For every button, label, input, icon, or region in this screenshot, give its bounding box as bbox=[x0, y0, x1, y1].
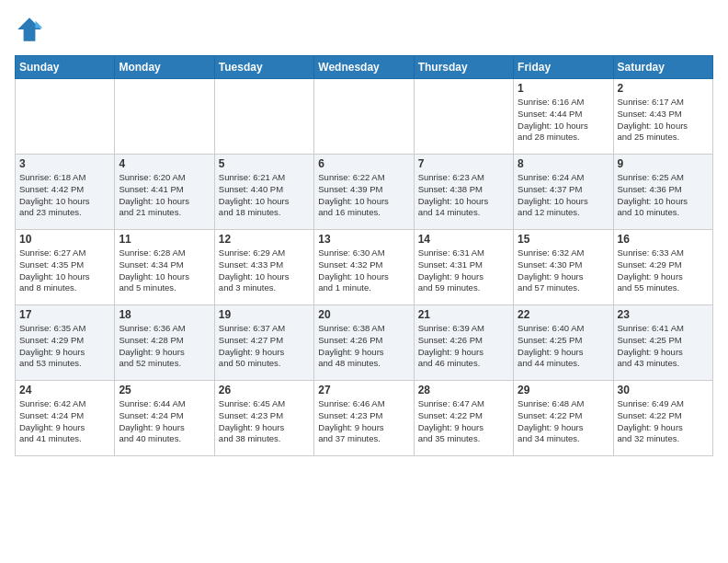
calendar-day-header: Friday bbox=[514, 56, 613, 79]
calendar-cell: 11Sunrise: 6:28 AM Sunset: 4:34 PM Dayli… bbox=[115, 230, 214, 305]
day-number: 26 bbox=[219, 384, 310, 396]
day-info: Sunrise: 6:27 AM Sunset: 4:35 PM Dayligh… bbox=[19, 247, 110, 294]
calendar-cell: 29Sunrise: 6:48 AM Sunset: 4:22 PM Dayli… bbox=[514, 381, 613, 456]
day-number: 13 bbox=[318, 233, 409, 246]
day-number: 2 bbox=[618, 82, 709, 95]
calendar-cell: 24Sunrise: 6:42 AM Sunset: 4:24 PM Dayli… bbox=[16, 381, 115, 456]
calendar-cell: 20Sunrise: 6:38 AM Sunset: 4:26 PM Dayli… bbox=[314, 305, 414, 381]
calendar-cell bbox=[414, 79, 513, 155]
calendar-day-header: Tuesday bbox=[214, 56, 313, 79]
day-info: Sunrise: 6:45 AM Sunset: 4:23 PM Dayligh… bbox=[219, 398, 310, 445]
calendar-cell bbox=[115, 79, 214, 155]
day-info: Sunrise: 6:17 AM Sunset: 4:43 PM Dayligh… bbox=[618, 97, 709, 144]
logo-icon bbox=[15, 15, 44, 44]
day-number: 4 bbox=[119, 157, 210, 170]
day-number: 3 bbox=[19, 157, 110, 170]
calendar-cell: 26Sunrise: 6:45 AM Sunset: 4:23 PM Dayli… bbox=[214, 381, 313, 456]
day-info: Sunrise: 6:40 AM Sunset: 4:25 PM Dayligh… bbox=[518, 323, 609, 370]
calendar-week-row: 17Sunrise: 6:35 AM Sunset: 4:29 PM Dayli… bbox=[16, 305, 713, 381]
calendar-cell: 22Sunrise: 6:40 AM Sunset: 4:25 PM Dayli… bbox=[514, 305, 613, 381]
day-number: 27 bbox=[318, 384, 409, 396]
calendar-cell: 19Sunrise: 6:37 AM Sunset: 4:27 PM Dayli… bbox=[214, 305, 313, 381]
calendar-cell: 21Sunrise: 6:39 AM Sunset: 4:26 PM Dayli… bbox=[414, 305, 513, 381]
calendar-day-header: Saturday bbox=[613, 56, 712, 79]
day-info: Sunrise: 6:22 AM Sunset: 4:39 PM Dayligh… bbox=[318, 172, 409, 219]
day-number: 11 bbox=[119, 233, 210, 246]
day-info: Sunrise: 6:28 AM Sunset: 4:34 PM Dayligh… bbox=[119, 247, 210, 294]
day-number: 29 bbox=[518, 384, 609, 396]
calendar-day-header: Thursday bbox=[414, 56, 513, 79]
day-number: 10 bbox=[19, 233, 110, 246]
day-number: 7 bbox=[418, 157, 509, 170]
day-info: Sunrise: 6:29 AM Sunset: 4:33 PM Dayligh… bbox=[219, 247, 310, 294]
calendar-cell: 15Sunrise: 6:32 AM Sunset: 4:30 PM Dayli… bbox=[514, 230, 613, 305]
day-number: 30 bbox=[618, 384, 709, 396]
page-header bbox=[15, 15, 713, 44]
calendar-cell bbox=[16, 79, 115, 155]
day-info: Sunrise: 6:23 AM Sunset: 4:38 PM Dayligh… bbox=[418, 172, 509, 219]
calendar-cell: 27Sunrise: 6:46 AM Sunset: 4:23 PM Dayli… bbox=[314, 381, 414, 456]
calendar-cell: 10Sunrise: 6:27 AM Sunset: 4:35 PM Dayli… bbox=[16, 230, 115, 305]
day-info: Sunrise: 6:44 AM Sunset: 4:24 PM Dayligh… bbox=[119, 398, 210, 445]
calendar-table: SundayMondayTuesdayWednesdayThursdayFrid… bbox=[15, 55, 713, 456]
day-info: Sunrise: 6:18 AM Sunset: 4:42 PM Dayligh… bbox=[19, 172, 110, 219]
calendar-cell bbox=[214, 79, 313, 155]
logo bbox=[15, 15, 48, 44]
calendar-cell: 2Sunrise: 6:17 AM Sunset: 4:43 PM Daylig… bbox=[613, 79, 712, 155]
calendar-cell: 5Sunrise: 6:21 AM Sunset: 4:40 PM Daylig… bbox=[214, 155, 313, 230]
day-number: 6 bbox=[318, 157, 409, 170]
calendar-week-row: 24Sunrise: 6:42 AM Sunset: 4:24 PM Dayli… bbox=[16, 381, 713, 456]
day-number: 5 bbox=[219, 157, 310, 170]
calendar-day-header: Wednesday bbox=[314, 56, 414, 79]
calendar-cell bbox=[314, 79, 414, 155]
day-number: 16 bbox=[618, 233, 709, 246]
svg-marker-0 bbox=[17, 17, 41, 41]
day-info: Sunrise: 6:42 AM Sunset: 4:24 PM Dayligh… bbox=[19, 398, 110, 445]
day-number: 23 bbox=[618, 308, 709, 321]
calendar-cell: 25Sunrise: 6:44 AM Sunset: 4:24 PM Dayli… bbox=[115, 381, 214, 456]
day-info: Sunrise: 6:31 AM Sunset: 4:31 PM Dayligh… bbox=[418, 247, 509, 294]
day-number: 21 bbox=[418, 308, 509, 321]
day-info: Sunrise: 6:39 AM Sunset: 4:26 PM Dayligh… bbox=[418, 323, 509, 370]
calendar-cell: 30Sunrise: 6:49 AM Sunset: 4:22 PM Dayli… bbox=[613, 381, 712, 456]
day-info: Sunrise: 6:48 AM Sunset: 4:22 PM Dayligh… bbox=[518, 398, 609, 445]
day-info: Sunrise: 6:47 AM Sunset: 4:22 PM Dayligh… bbox=[418, 398, 509, 445]
day-info: Sunrise: 6:38 AM Sunset: 4:26 PM Dayligh… bbox=[318, 323, 409, 370]
day-number: 25 bbox=[119, 384, 210, 396]
calendar-cell: 16Sunrise: 6:33 AM Sunset: 4:29 PM Dayli… bbox=[613, 230, 712, 305]
calendar-cell: 12Sunrise: 6:29 AM Sunset: 4:33 PM Dayli… bbox=[214, 230, 313, 305]
day-info: Sunrise: 6:36 AM Sunset: 4:28 PM Dayligh… bbox=[119, 323, 210, 370]
day-number: 9 bbox=[618, 157, 709, 170]
calendar-cell: 28Sunrise: 6:47 AM Sunset: 4:22 PM Dayli… bbox=[414, 381, 513, 456]
calendar-cell: 1Sunrise: 6:16 AM Sunset: 4:44 PM Daylig… bbox=[514, 79, 613, 155]
day-info: Sunrise: 6:20 AM Sunset: 4:41 PM Dayligh… bbox=[119, 172, 210, 219]
day-info: Sunrise: 6:21 AM Sunset: 4:40 PM Dayligh… bbox=[219, 172, 310, 219]
calendar-cell: 9Sunrise: 6:25 AM Sunset: 4:36 PM Daylig… bbox=[613, 155, 712, 230]
day-number: 8 bbox=[518, 157, 609, 170]
day-info: Sunrise: 6:16 AM Sunset: 4:44 PM Dayligh… bbox=[518, 97, 609, 144]
calendar-cell: 17Sunrise: 6:35 AM Sunset: 4:29 PM Dayli… bbox=[16, 305, 115, 381]
calendar-cell: 7Sunrise: 6:23 AM Sunset: 4:38 PM Daylig… bbox=[414, 155, 513, 230]
day-info: Sunrise: 6:32 AM Sunset: 4:30 PM Dayligh… bbox=[518, 247, 609, 294]
day-info: Sunrise: 6:24 AM Sunset: 4:37 PM Dayligh… bbox=[518, 172, 609, 219]
day-info: Sunrise: 6:35 AM Sunset: 4:29 PM Dayligh… bbox=[19, 323, 110, 370]
svg-marker-1 bbox=[35, 20, 42, 28]
day-number: 1 bbox=[518, 82, 609, 95]
day-number: 22 bbox=[518, 308, 609, 321]
calendar-day-header: Sunday bbox=[16, 56, 115, 79]
calendar-cell: 6Sunrise: 6:22 AM Sunset: 4:39 PM Daylig… bbox=[314, 155, 414, 230]
calendar-day-header: Monday bbox=[115, 56, 214, 79]
day-info: Sunrise: 6:33 AM Sunset: 4:29 PM Dayligh… bbox=[618, 247, 709, 294]
day-number: 14 bbox=[418, 233, 509, 246]
day-number: 17 bbox=[19, 308, 110, 321]
calendar-cell: 8Sunrise: 6:24 AM Sunset: 4:37 PM Daylig… bbox=[514, 155, 613, 230]
day-number: 28 bbox=[418, 384, 509, 396]
calendar-week-row: 3Sunrise: 6:18 AM Sunset: 4:42 PM Daylig… bbox=[16, 155, 713, 230]
day-number: 18 bbox=[119, 308, 210, 321]
day-info: Sunrise: 6:49 AM Sunset: 4:22 PM Dayligh… bbox=[618, 398, 709, 445]
day-number: 20 bbox=[318, 308, 409, 321]
day-info: Sunrise: 6:37 AM Sunset: 4:27 PM Dayligh… bbox=[219, 323, 310, 370]
day-number: 15 bbox=[518, 233, 609, 246]
calendar-header-row: SundayMondayTuesdayWednesdayThursdayFrid… bbox=[16, 56, 713, 79]
day-number: 24 bbox=[19, 384, 110, 396]
